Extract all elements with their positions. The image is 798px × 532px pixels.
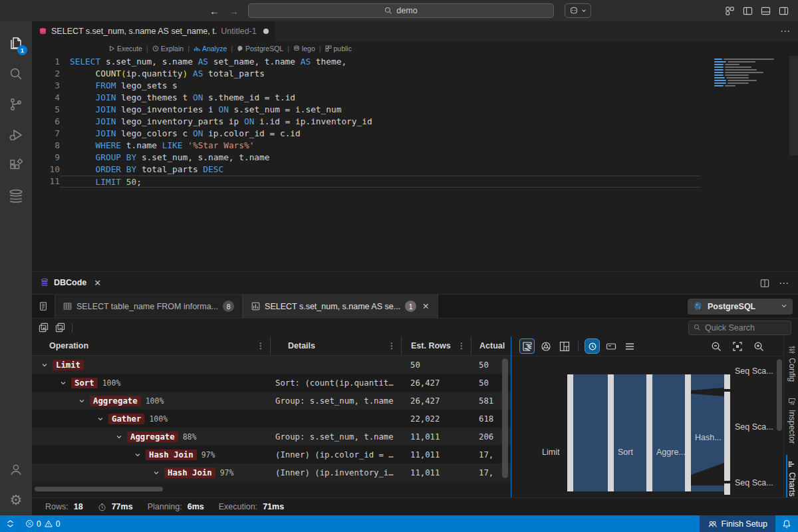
card-view-icon[interactable]	[603, 338, 618, 354]
zoom-fit-icon[interactable]	[730, 338, 745, 354]
toolbar-separator: |	[188, 45, 190, 53]
code-line-11[interactable]: 11 LIMIT 50;	[32, 176, 798, 188]
plan-row-gather[interactable]: Gather100%22,022618	[32, 410, 511, 428]
flame-chart-icon[interactable]	[519, 338, 535, 354]
operation-percent: 100%	[149, 414, 168, 424]
chevron-down-icon[interactable]	[78, 398, 85, 404]
time-mode-icon[interactable]	[585, 338, 600, 354]
query-tab-2-close-icon[interactable]: ✕	[422, 301, 429, 311]
plan-row-aggregate[interactable]: Aggregate100%Group: s.set_num, t.name26,…	[32, 392, 511, 410]
toolbar-item-public[interactable]: public	[325, 45, 352, 53]
table-vertical-scrollbar[interactable]	[502, 358, 508, 478]
column-actual[interactable]: Actual	[471, 336, 511, 355]
code-line-1[interactable]: 1SELECT s.set_num, s.name AS set_name, t…	[32, 56, 798, 68]
back-arrow-icon[interactable]: ←	[209, 5, 219, 17]
code-line-3[interactable]: 3 FROM lego_sets s	[32, 80, 798, 92]
connection-select[interactable]: PostgreSQL	[688, 299, 793, 315]
query-tab-2[interactable]: SELECT s.set_num, s.name AS se... 1 ✕	[243, 295, 438, 318]
remote-indicator-icon[interactable]	[0, 515, 21, 532]
account-icon[interactable]	[0, 454, 32, 485]
explorer-icon[interactable]: 1	[0, 28, 32, 59]
query-tab-1[interactable]: SELECT table_name FROM informa... 8	[55, 295, 243, 318]
customize-layout-icon[interactable]	[725, 6, 735, 16]
operation-percent: 100%	[146, 396, 164, 406]
sunburst-chart-icon[interactable]	[538, 338, 553, 354]
rail-tab-inspector[interactable]: Inspector	[786, 392, 797, 449]
plan-row-hash-join[interactable]: Hash Join97%(Inner) (ip.color_id = …11,0…	[32, 446, 511, 464]
toolbar-item-explain[interactable]: Explain	[152, 45, 184, 53]
table-horizontal-scrollbar[interactable]	[35, 487, 163, 491]
editor-tab[interactable]: SELECT s.set_num, s.name AS set_name, t.…	[32, 21, 275, 41]
editor-actions-more-icon[interactable]: ⋯	[780, 21, 798, 41]
rail-tab-charts[interactable]: Charts	[786, 455, 797, 502]
copilot-menu-button[interactable]	[565, 3, 591, 18]
chevron-down-icon[interactable]	[41, 362, 48, 368]
toggle-secondary-sidebar-icon[interactable]	[779, 6, 789, 16]
treemap-chart-icon[interactable]	[557, 338, 572, 354]
toggle-primary-sidebar-icon[interactable]	[743, 6, 753, 16]
extensions-icon[interactable]	[0, 150, 32, 181]
toolbar-item-execute[interactable]: Execute	[108, 45, 142, 53]
code-editor[interactable]: 1SELECT s.set_num, s.name AS set_name, t…	[32, 56, 798, 271]
plan-row-sort[interactable]: Sort100%Sort: (count(ip.quantit…26,42750	[32, 374, 511, 392]
source-control-icon[interactable]	[0, 89, 32, 120]
notebook-icon[interactable]	[32, 295, 55, 318]
settings-gear-icon[interactable]: ⚙	[0, 485, 32, 515]
execution-value: 71ms	[263, 502, 284, 511]
code-line-8[interactable]: 8 WHERE t.name LIKE '%Star Wars%'	[32, 140, 798, 152]
editor-scrollbar[interactable]	[789, 56, 798, 156]
modified-dot-icon[interactable]	[263, 29, 269, 34]
search-sidebar-icon[interactable]	[0, 59, 32, 89]
code-line-2[interactable]: 2 COUNT(ip.quantity) AS total_parts	[32, 68, 798, 80]
column-details[interactable]: Details⋮	[270, 336, 401, 355]
column-operation[interactable]: Operation⋮	[32, 336, 270, 355]
code-line-4[interactable]: 4 JOIN lego_themes t ON s.theme_id = t.i…	[32, 92, 798, 104]
forward-arrow-icon[interactable]: →	[229, 5, 239, 17]
zoom-in-icon[interactable]	[751, 338, 766, 354]
database-sidebar-icon[interactable]	[0, 181, 32, 211]
rail-tab-config[interactable]: Config	[786, 340, 797, 387]
toolbar-item-postgresql[interactable]: PostgreSQL	[237, 45, 283, 53]
toolbar-item-lego[interactable]: lego	[293, 45, 315, 53]
finish-setup-button[interactable]: Finish Setup	[700, 515, 775, 532]
panel-more-icon[interactable]: ⋯	[779, 277, 789, 289]
chart-vertical-scrollbar[interactable]	[777, 359, 782, 431]
notifications-bell-icon[interactable]	[775, 515, 798, 532]
list-view-icon[interactable]	[622, 338, 637, 354]
plan-sankey-chart[interactable]: LimitSortAggre...Hash...Seq Sca...Seq Sc…	[511, 356, 783, 497]
problems-indicator[interactable]: 0 0	[21, 515, 65, 532]
query-tab-2-badge: 1	[405, 301, 416, 312]
line-number: 11	[32, 176, 60, 188]
column-menu-icon[interactable]: ⋮	[388, 341, 396, 350]
chevron-down-icon[interactable]	[153, 469, 160, 476]
quick-search-box[interactable]	[688, 321, 791, 335]
code-line-10[interactable]: 10 ORDER BY total_parts DESC	[32, 164, 798, 176]
column-est-rows[interactable]: Est. Rows⋮	[401, 336, 471, 355]
code-line-6[interactable]: 6 JOIN lego_inventory_parts ip ON i.id =…	[32, 116, 798, 128]
command-center-search[interactable]: demo	[248, 3, 554, 18]
quick-search-input[interactable]	[705, 323, 778, 332]
toolbar-item-analyze[interactable]: Analyze	[194, 45, 227, 53]
chevron-down-icon[interactable]	[60, 380, 66, 386]
code-line-7[interactable]: 7 JOIN lego_colors c ON ip.color_id = c.…	[32, 128, 798, 140]
panel-tab-dbcode[interactable]: DBCode ✕	[32, 272, 108, 294]
run-debug-icon[interactable]	[0, 120, 32, 150]
code-line-9[interactable]: 9 GROUP BY s.set_num, s.name, t.name	[32, 152, 798, 164]
inspector-icon	[788, 398, 796, 406]
plan-row-limit[interactable]: Limit5050	[32, 356, 511, 374]
chevron-down-icon[interactable]	[116, 434, 122, 440]
plan-row-hash-join[interactable]: Hash Join97%(Inner) (ip.inventory_i…11,0…	[32, 464, 511, 481]
plan-row-aggregate[interactable]: Aggregate88%Group: s.set_num, t.name11,0…	[32, 428, 511, 446]
zoom-out-icon[interactable]	[708, 338, 724, 354]
expand-all-icon[interactable]	[39, 323, 49, 332]
toggle-panel-icon[interactable]	[761, 6, 771, 16]
chevron-down-icon[interactable]	[134, 452, 141, 458]
chevron-down-icon[interactable]	[97, 416, 104, 422]
collapse-all-icon[interactable]	[55, 323, 65, 332]
minimap[interactable]	[714, 59, 787, 88]
panel-close-icon[interactable]: ✕	[94, 278, 101, 288]
split-panel-icon[interactable]	[760, 279, 769, 288]
column-menu-icon[interactable]: ⋮	[257, 341, 265, 350]
code-line-5[interactable]: 5 JOIN lego_inventories i ON s.set_num =…	[32, 104, 798, 116]
column-menu-icon[interactable]: ⋮	[458, 341, 466, 350]
